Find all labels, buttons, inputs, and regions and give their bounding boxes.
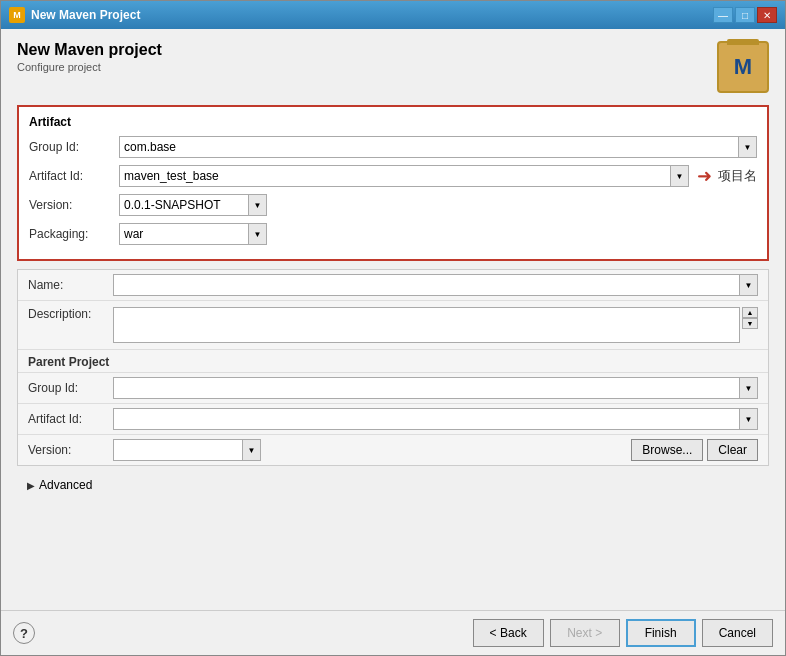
title-bar-left: M New Maven Project: [9, 7, 140, 23]
title-controls: — □ ✕: [713, 7, 777, 23]
back-button[interactable]: < Back: [473, 619, 544, 647]
finish-button[interactable]: Finish: [626, 619, 696, 647]
browse-button[interactable]: Browse...: [631, 439, 703, 461]
header-text: New Maven project Configure project: [17, 41, 162, 73]
group-id-input[interactable]: [119, 136, 739, 158]
parent-group-id-input[interactable]: [113, 377, 740, 399]
cancel-button[interactable]: Cancel: [702, 619, 773, 647]
name-label: Name:: [28, 278, 113, 292]
scroll-down-btn[interactable]: ▼: [742, 318, 758, 329]
parent-artifact-id-label: Artifact Id:: [28, 412, 113, 426]
artifact-annotation: ➜ 项目名: [697, 165, 757, 187]
name-input[interactable]: [113, 274, 740, 296]
group-id-dropdown-btn[interactable]: ▼: [739, 136, 757, 158]
artifact-id-combo: ▼: [119, 165, 689, 187]
parent-version-label: Version:: [28, 443, 113, 457]
name-row: Name: ▼: [18, 270, 768, 301]
parent-version-row: Version: ▼ Browse... Clear: [18, 435, 768, 465]
dialog-title: New Maven project: [17, 41, 162, 59]
advanced-triangle-icon: ▶: [27, 480, 35, 491]
parent-artifact-id-input[interactable]: [113, 408, 740, 430]
advanced-row[interactable]: ▶ Advanced: [17, 472, 769, 498]
artifact-section: Artifact Group Id: ▼ Artifact Id: ▼ ➜ 项目: [17, 105, 769, 261]
packaging-label: Packaging:: [29, 227, 119, 241]
parent-artifact-id-dropdown-btn[interactable]: ▼: [740, 408, 758, 430]
dialog-subtitle: Configure project: [17, 61, 162, 73]
version-row: Version: ▼: [29, 193, 757, 217]
lower-form: Name: ▼ Description: ▲ ▼ Parent Project: [17, 269, 769, 466]
bottom-spacer: [17, 498, 769, 598]
dialog-window: M New Maven Project — □ ✕ New Maven proj…: [0, 0, 786, 656]
parent-group-id-row: Group Id: ▼: [18, 373, 768, 404]
annotation-text: 项目名: [718, 167, 757, 185]
parent-group-id-combo: ▼: [113, 377, 758, 399]
parent-artifact-id-combo: ▼: [113, 408, 758, 430]
name-combo: ▼: [113, 274, 758, 296]
version-label: Version:: [29, 198, 119, 212]
artifact-id-input[interactable]: [119, 165, 671, 187]
name-dropdown-btn[interactable]: ▼: [740, 274, 758, 296]
clear-button[interactable]: Clear: [707, 439, 758, 461]
dialog-header: New Maven project Configure project M: [17, 41, 769, 93]
footer: ? < Back Next > Finish Cancel: [1, 610, 785, 655]
close-button[interactable]: ✕: [757, 7, 777, 23]
maximize-button[interactable]: □: [735, 7, 755, 23]
minimize-button[interactable]: —: [713, 7, 733, 23]
scroll-up-btn[interactable]: ▲: [742, 307, 758, 318]
group-id-combo: ▼: [119, 136, 757, 158]
artifact-id-label: Artifact Id:: [29, 169, 119, 183]
parent-group-id-dropdown-btn[interactable]: ▼: [740, 377, 758, 399]
description-input[interactable]: [113, 307, 740, 343]
window-title: New Maven Project: [31, 8, 140, 22]
parent-artifact-id-row: Artifact Id: ▼: [18, 404, 768, 435]
window-icon: M: [9, 7, 25, 23]
parent-version-input[interactable]: [113, 439, 243, 461]
packaging-row: Packaging: ▼: [29, 222, 757, 246]
packaging-combo: ▼: [119, 223, 267, 245]
advanced-label: Advanced: [39, 478, 92, 492]
help-button[interactable]: ?: [13, 622, 35, 644]
description-row: Description: ▲ ▼: [18, 301, 768, 350]
packaging-input[interactable]: [119, 223, 249, 245]
footer-left: ?: [13, 622, 35, 644]
parent-project-label: Parent Project: [18, 350, 768, 373]
group-id-row: Group Id: ▼: [29, 135, 757, 159]
version-combo: ▼: [119, 194, 267, 216]
description-scrollbar: ▲ ▼: [742, 307, 758, 329]
parent-version-combo: ▼: [113, 439, 261, 461]
arrow-icon: ➜: [697, 165, 712, 187]
parent-group-id-label: Group Id:: [28, 381, 113, 395]
content-area: New Maven project Configure project M Ar…: [1, 29, 785, 610]
description-label: Description:: [28, 307, 113, 321]
maven-logo: M: [717, 41, 769, 93]
footer-buttons: < Back Next > Finish Cancel: [473, 619, 773, 647]
group-id-label: Group Id:: [29, 140, 119, 154]
next-button[interactable]: Next >: [550, 619, 620, 647]
packaging-dropdown-btn[interactable]: ▼: [249, 223, 267, 245]
artifact-section-title: Artifact: [29, 115, 757, 129]
version-input[interactable]: [119, 194, 249, 216]
artifact-id-dropdown-btn[interactable]: ▼: [671, 165, 689, 187]
title-bar: M New Maven Project — □ ✕: [1, 1, 785, 29]
parent-version-dropdown-btn[interactable]: ▼: [243, 439, 261, 461]
artifact-id-row: Artifact Id: ▼ ➜ 项目名: [29, 164, 757, 188]
version-dropdown-btn[interactable]: ▼: [249, 194, 267, 216]
